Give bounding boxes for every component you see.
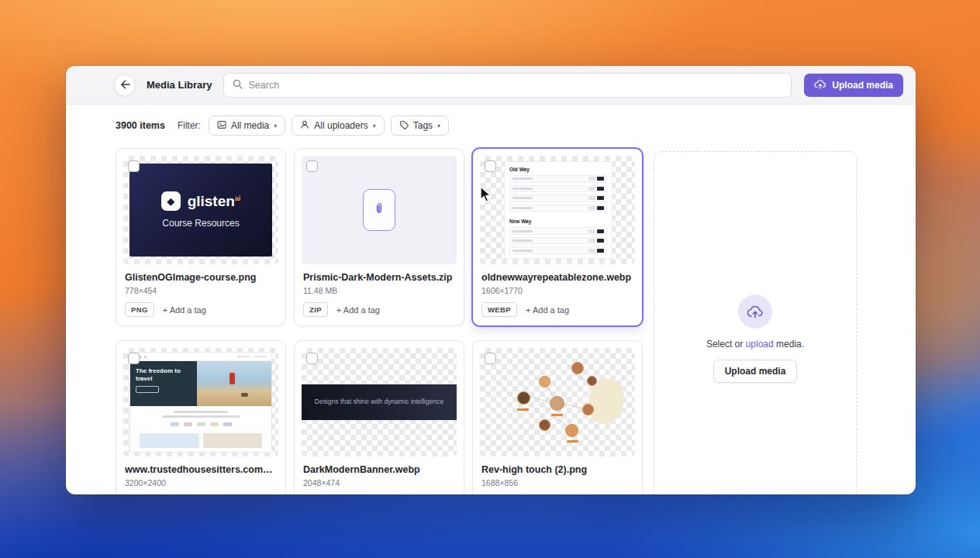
arrow-left-icon: [120, 78, 130, 92]
file-name: Rev-high touch (2).png: [481, 464, 633, 475]
upload-media-button-header[interactable]: Upload media: [804, 74, 903, 97]
search-icon: [233, 78, 243, 92]
file-dimensions: 1606×1770: [481, 286, 633, 295]
paperclip-icon: [374, 202, 385, 218]
media-type-dropdown[interactable]: All media ▾: [209, 115, 285, 136]
media-card-zip[interactable]: Prismic-Dark-Modern-Assets.zip 11.48 MB …: [294, 148, 464, 326]
thumbnail-zip-file: [302, 156, 457, 264]
media-card-glisten[interactable]: ◆ glistenai Course Resources GlistenOGIm…: [116, 148, 286, 326]
media-library-window: Media Library Upload media 3900 items Fi…: [66, 66, 916, 494]
card-checkbox[interactable]: [128, 353, 140, 364]
chevron-down-icon: ▾: [274, 122, 277, 129]
file-dimensions: 3200×2400: [125, 478, 277, 487]
media-card-rev-high-touch[interactable]: Rev-high touch (2).png 1688×856: [472, 340, 643, 494]
window-body: 3900 items Filter: All media ▾ All uploa…: [66, 105, 916, 494]
file-name: Prismic-Dark-Modern-Assets.zip: [303, 272, 455, 283]
file-size: 11.48 MB: [303, 286, 455, 295]
add-tag-button[interactable]: + Add a tag: [163, 305, 206, 315]
uploaders-dropdown[interactable]: All uploaders ▾: [292, 115, 384, 136]
search-input[interactable]: [249, 80, 783, 91]
filter-bar: 3900 items Filter: All media ▾ All uploa…: [116, 115, 916, 136]
glisten-logo-icon: ◆: [161, 191, 181, 211]
thumbnail-oldnewway: Old Way New Way: [480, 156, 635, 264]
back-button[interactable]: [114, 74, 136, 96]
upload-dropzone[interactable]: Select or upload media. Upload media: [654, 151, 857, 494]
card-checkbox[interactable]: [306, 160, 318, 172]
chevron-down-icon: ▾: [373, 122, 376, 129]
card-checkbox[interactable]: [128, 160, 140, 172]
file-name: GlistenOGImage-course.png: [125, 272, 277, 283]
media-filter-icon: [217, 120, 226, 132]
cloud-sync-icon: [738, 294, 772, 329]
file-type-badge: ZIP: [303, 302, 328, 317]
upload-link[interactable]: upload: [746, 339, 774, 350]
file-icon: [363, 189, 395, 231]
file-name: www.trustedhousesitters.com_....: [125, 464, 277, 475]
page-title: Media Library: [147, 79, 212, 91]
desktop: { "colors": { "accent": "#6E5CD6", "sele…: [0, 0, 980, 558]
file-name: DarkModernBanner.webp: [303, 464, 455, 475]
file-name: oldnewwayrepeatablezone.webp: [481, 272, 633, 283]
media-card-darkmodernbanner[interactable]: Designs that shine with dynamic intellig…: [294, 340, 464, 494]
filter-label: Filter:: [178, 120, 201, 131]
card-checkbox[interactable]: [306, 353, 318, 364]
thumbnail-glisten-og-image: ◆ glistenai Course Resources: [123, 156, 278, 264]
thumbnail-travel-site: The freedom to travel: [123, 348, 278, 456]
upload-hint-text: Select or upload media.: [706, 339, 804, 350]
card-checkbox[interactable]: [485, 160, 496, 172]
media-grid: ◆ glistenai Course Resources GlistenOGIm…: [116, 148, 650, 494]
file-dimensions: 2048×474: [303, 478, 455, 487]
upload-media-button-panel[interactable]: Upload media: [713, 360, 798, 383]
thumbnail-dark-banner: Designs that shine with dynamic intellig…: [302, 348, 457, 456]
items-count: 3900 items: [116, 120, 165, 131]
media-card-oldnewway-selected[interactable]: Old Way New Way oldnewwayrepeatablezone.…: [472, 148, 643, 326]
thumbnail-avatar-diagram: [480, 348, 635, 456]
tag-icon: [399, 120, 409, 132]
tags-dropdown[interactable]: Tags ▾: [391, 115, 449, 136]
window-header: Media Library Upload media: [66, 66, 916, 105]
person-icon: [300, 120, 309, 132]
media-card-trustedhousesitters[interactable]: The freedom to travel: [116, 340, 286, 494]
file-dimensions: 1688×856: [481, 478, 633, 487]
file-type-badge: PNG: [125, 302, 154, 317]
cloud-upload-icon: [814, 79, 826, 91]
file-dimensions: 778×454: [125, 286, 277, 295]
add-tag-button[interactable]: + Add a tag: [526, 305, 569, 315]
add-tag-button[interactable]: + Add a tag: [336, 305, 380, 315]
card-checkbox[interactable]: [485, 353, 496, 364]
search-bar: [223, 73, 792, 98]
file-type-badge: WEBP: [481, 302, 517, 317]
chevron-down-icon: ▾: [437, 122, 440, 129]
